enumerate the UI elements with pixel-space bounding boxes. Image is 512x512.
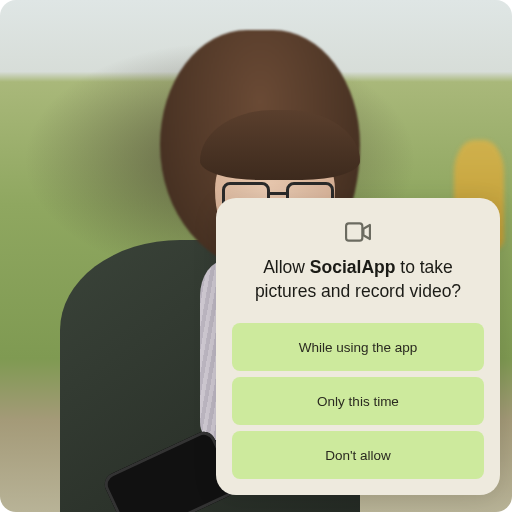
dont-allow-button[interactable]: Don't allow (232, 431, 484, 479)
allow-only-this-time-button[interactable]: Only this time (232, 377, 484, 425)
allow-while-using-button[interactable]: While using the app (232, 323, 484, 371)
option-label: Only this time (317, 394, 399, 409)
permission-prompt-text: Allow SocialApp to take pictures and rec… (232, 256, 484, 303)
option-label: Don't allow (325, 448, 391, 463)
camera-icon (345, 222, 371, 242)
app-name: SocialApp (310, 257, 396, 277)
scene-photo-background: Allow SocialApp to take pictures and rec… (0, 0, 512, 512)
permission-dialog: Allow SocialApp to take pictures and rec… (216, 198, 500, 495)
option-label: While using the app (299, 340, 418, 355)
svg-rect-0 (346, 223, 362, 240)
prompt-pre: Allow (263, 257, 310, 277)
permission-options: While using the app Only this time Don't… (232, 323, 484, 479)
